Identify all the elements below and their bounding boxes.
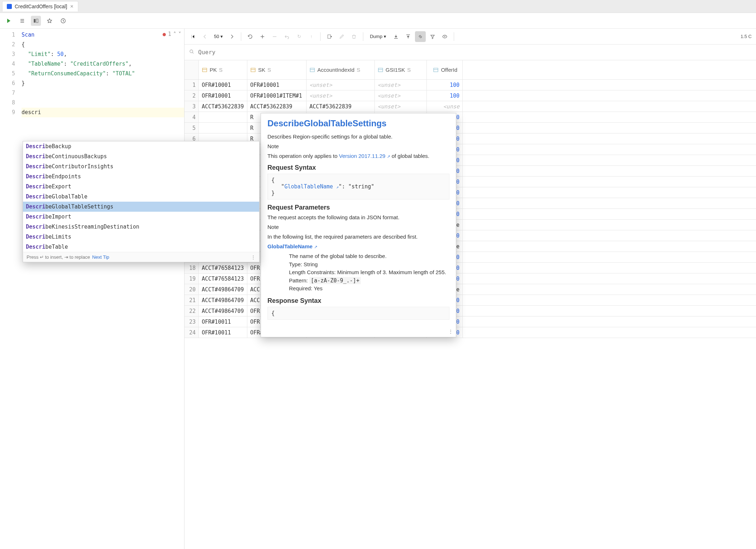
refresh-icon[interactable]	[245, 31, 256, 42]
svg-rect-3	[328, 35, 331, 38]
doc-version-line: This operation only applies to Version 2…	[267, 152, 449, 160]
error-icon: ●	[163, 31, 166, 37]
table-cell[interactable]: ACCT#53622839	[247, 101, 307, 112]
table-cell[interactable]: <unset>	[375, 101, 427, 112]
page-size-value: 50	[214, 34, 219, 39]
param-name-link[interactable]: GlobalTableName ↗	[267, 243, 449, 250]
eye-icon[interactable]	[439, 31, 450, 42]
external-link-icon: ↗	[314, 245, 317, 249]
column-header[interactable]: GSI1SK S	[375, 60, 427, 79]
autocomplete-item[interactable]: DescribeImport	[23, 212, 259, 222]
svg-rect-1	[36, 19, 38, 23]
documentation-popup: DescribeGlobalTableSettings Describes Re…	[261, 113, 456, 337]
datasource-icon	[7, 4, 12, 9]
chevron-down-icon: ▾	[384, 34, 386, 39]
autocomplete-item[interactable]: DescribeKinesisStreamingDestination	[23, 222, 259, 232]
prev-page-icon[interactable]	[200, 31, 210, 42]
more-icon[interactable]: ⋮	[448, 329, 453, 334]
history-icon[interactable]	[58, 16, 68, 26]
table-cell[interactable]: <unset>	[375, 90, 427, 101]
export-data-icon[interactable]	[324, 31, 335, 42]
table-cell[interactable]: OFR#10001#ITEM#1	[247, 90, 307, 101]
edit-icon[interactable]	[336, 31, 347, 42]
more-icon[interactable]: ⋮	[251, 254, 256, 260]
run-button[interactable]	[4, 16, 14, 26]
svg-point-4	[444, 36, 445, 37]
param-length: Length Constraints: Minimum length of 3.…	[289, 268, 449, 277]
table-cell[interactable]: OFR#10001	[199, 90, 247, 101]
search-icon	[189, 49, 195, 56]
table-cell[interactable]	[199, 112, 247, 122]
column-header[interactable]: SK S	[247, 60, 307, 79]
table-cell[interactable]: OFR#10001	[199, 80, 247, 90]
column-header[interactable]: OfferId	[427, 60, 463, 79]
table-header: PK S SK S AccountIndexId S GSI1SK S Offe…	[185, 60, 756, 80]
table-cell[interactable]: 100	[427, 90, 463, 101]
column-header[interactable]: PK S	[199, 60, 247, 79]
svg-rect-9	[378, 68, 383, 72]
redo-icon[interactable]: ↻	[294, 31, 304, 42]
table-cell[interactable]: 100	[427, 80, 463, 90]
close-icon[interactable]: ✕	[70, 4, 74, 9]
table-cell[interactable]: <unset>	[375, 80, 427, 90]
table-cell[interactable]: <unset>	[307, 80, 375, 90]
table-cell[interactable]: ACCT#49864709	[199, 306, 247, 316]
next-tip-link[interactable]: Next Tip	[92, 254, 109, 260]
link-icon[interactable]	[415, 31, 426, 42]
next-page-icon[interactable]	[227, 31, 237, 42]
list-view-icon[interactable]	[17, 16, 27, 26]
split-view-icon[interactable]	[31, 16, 41, 26]
table-cell[interactable]: OFR#10011	[199, 327, 247, 338]
filter-icon[interactable]	[427, 31, 438, 42]
commit-icon[interactable]: ↑	[306, 31, 317, 42]
globaltablename-link[interactable]: GlobalTableName ↗	[284, 183, 339, 190]
table-cell[interactable]: <unse	[427, 101, 463, 112]
autocomplete-item[interactable]: DescribeGlobalTableSettings	[23, 202, 259, 212]
tab-title: CreditCardOffers [local]	[15, 4, 67, 9]
code-editor[interactable]: ● 1 ˄ ˅ Scan{ "Limit": 50, "TableName": …	[22, 29, 184, 549]
table-cell[interactable]: ACCT#53622839	[307, 101, 375, 112]
svg-rect-7	[251, 68, 255, 72]
table-cell[interactable]: ACCT#76584123	[199, 263, 247, 273]
export-format-select[interactable]: Dump ▾	[367, 32, 389, 41]
table-cell[interactable]: ACCT#53622839	[199, 101, 247, 112]
autocomplete-item[interactable]: DescribeExport	[23, 182, 259, 192]
first-page-icon[interactable]	[187, 31, 198, 42]
autocomplete-item[interactable]: DescribeContinuousBackups	[23, 151, 259, 161]
table-cell[interactable]: ACCT#49864709	[199, 284, 247, 295]
autocomplete-item[interactable]: DescribeTable	[23, 242, 259, 252]
undo-icon[interactable]	[281, 31, 292, 42]
upload-icon[interactable]	[403, 31, 414, 42]
doc-description: Describes Region-specific settings for a…	[267, 133, 449, 140]
prev-error-icon[interactable]: ˄	[173, 31, 176, 37]
trash-icon[interactable]	[349, 31, 359, 42]
table-cell[interactable]: ACCT#49864709	[199, 295, 247, 305]
autocomplete-item[interactable]: DescribeLimits	[23, 232, 259, 242]
page-size-select[interactable]: 50 ▾	[212, 33, 225, 40]
star-icon[interactable]	[45, 16, 55, 26]
query-bar	[185, 44, 756, 60]
table-cell[interactable]: ACCT#76584123	[199, 273, 247, 284]
table-row[interactable]: 2OFR#10001OFR#10001#ITEM#1<unset><unset>…	[185, 90, 756, 101]
table-row[interactable]: 3ACCT#53622839ACCT#53622839ACCT#53622839…	[185, 101, 756, 112]
version-link[interactable]: Version 2017.11.29 ↗	[339, 153, 390, 159]
table-cell[interactable]: OFR#10011	[199, 316, 247, 327]
autocomplete-item[interactable]: DescribeContributorInsights	[23, 161, 259, 172]
table-cell[interactable]: OFR#10001	[247, 80, 307, 90]
autocomplete-item[interactable]: DescribeEndpoints	[23, 172, 259, 182]
request-params-heading: Request Parameters	[267, 204, 449, 211]
query-input[interactable]	[198, 49, 752, 56]
svg-rect-6	[202, 68, 207, 72]
autocomplete-item[interactable]: DescribeBackup	[23, 141, 259, 151]
next-error-icon[interactable]: ˅	[178, 31, 181, 37]
table-row[interactable]: 1OFR#10001OFR#10001<unset><unset>100	[185, 80, 756, 90]
column-header[interactable]: AccountIndexId S	[307, 60, 375, 79]
download-icon[interactable]	[391, 31, 401, 42]
table-cell[interactable]: <unset>	[307, 90, 375, 101]
results-toolbar: 50 ▾ ↻ ↑	[185, 29, 756, 44]
add-row-icon[interactable]	[257, 31, 268, 42]
delete-row-icon[interactable]	[269, 31, 280, 42]
autocomplete-item[interactable]: DescribeGlobalTable	[23, 192, 259, 202]
table-cell[interactable]	[199, 123, 247, 133]
tab-creditcardoffers[interactable]: CreditCardOffers [local] ✕	[2, 1, 78, 11]
